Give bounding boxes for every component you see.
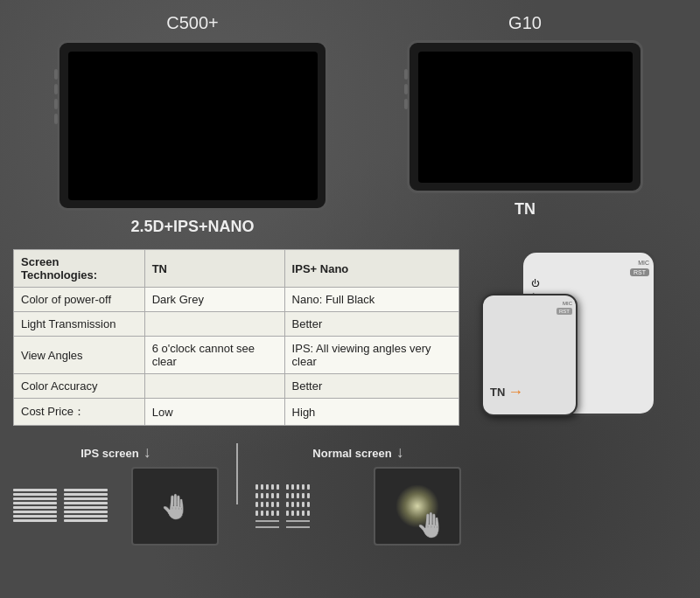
dot: [261, 484, 263, 490]
ips-line-group: [13, 489, 127, 522]
side-btn-3: [54, 99, 58, 109]
dot: [302, 511, 304, 516]
left-tech-label: 2.5D+IPS+NANO: [130, 218, 254, 236]
mic-label: MIC: [638, 260, 649, 266]
left-device-screen: [68, 52, 318, 200]
dot: [307, 511, 310, 516]
ips-col-1: [13, 489, 57, 522]
cell-tn: Low: [144, 399, 284, 426]
ips-bar: [13, 493, 57, 496]
dot: [271, 484, 274, 490]
dot: [266, 511, 269, 516]
right-tech-label: TN: [514, 200, 536, 219]
dot: [307, 502, 310, 507]
right-device-label: G10: [508, 13, 542, 33]
dot: [266, 493, 269, 498]
normal-col-2: [286, 484, 310, 528]
ips-hand-icon: 🤚: [160, 492, 191, 521]
dot: [286, 502, 289, 507]
cell-feature: Color Accuracy: [14, 374, 145, 399]
detail-frame-small: MIC RST TN →: [481, 294, 578, 416]
side-btn-1: [54, 69, 58, 80]
dot: [271, 493, 274, 498]
left-device-container: C500+ 2.5D+IPS+NANO: [57, 13, 328, 236]
ips-bar: [64, 515, 108, 518]
arrow-tn: →: [508, 383, 523, 401]
dot: [286, 493, 289, 498]
dot: [302, 493, 304, 498]
ips-bar: [13, 515, 57, 518]
right-device-frame: [407, 40, 643, 193]
normal-dot-row: [256, 493, 279, 498]
detail-power-row: ⏻: [528, 279, 649, 288]
table-row: Color of power-off Dark Grey Nano: Full …: [14, 288, 459, 312]
dot: [256, 493, 258, 498]
ips-bar: [13, 506, 57, 509]
dot: [271, 502, 274, 507]
ips-bar: [13, 497, 57, 500]
dot: [307, 484, 310, 490]
ips-bar: [64, 519, 108, 522]
normal-dot-row2: [286, 493, 310, 498]
ips-bar: [64, 506, 108, 509]
dot: [266, 502, 269, 507]
separator: [236, 443, 238, 504]
right-device-container: G10 TN: [407, 13, 643, 219]
table-header-row: Screen Technologies: TN IPS+ Nano: [14, 250, 459, 288]
normal-sep-line: [286, 520, 310, 522]
cell-ips: IPS: All viewing angles very clear: [284, 337, 458, 374]
dot: [297, 511, 299, 516]
rst-btn-small: RST: [556, 308, 572, 315]
dot: [291, 502, 294, 507]
device-detail-panel: 2.5D → MIC RST ⏻ ⌂: [472, 249, 665, 426]
right-device-screen: [418, 52, 633, 183]
dot: [297, 484, 299, 490]
left-device-frame: [57, 40, 328, 211]
dot: [297, 493, 299, 498]
ips-bar: [13, 502, 57, 504]
normal-demo-group: Normal screen ↓: [256, 443, 461, 546]
cell-tn: 6 o'clock cannot see clear: [144, 337, 284, 374]
dot: [256, 484, 258, 490]
ips-bar: [64, 489, 108, 491]
dot: [271, 511, 274, 516]
normal-dot-row2: [286, 484, 310, 490]
ips-bar: [64, 511, 108, 513]
dot: [276, 502, 279, 507]
detail-mic-row: MIC: [528, 260, 649, 266]
cell-ips: Nano: Full Black: [284, 288, 458, 312]
dot: [261, 502, 263, 507]
table-row: Light Transmission Better: [14, 312, 459, 337]
comparison-table: Screen Technologies: TN IPS+ Nano Color …: [13, 249, 459, 426]
dot: [266, 484, 269, 490]
normal-visual-row: 🤚: [256, 467, 461, 546]
ips-label-row: IPS screen ↓: [80, 443, 151, 463]
normal-arrow-down: ↓: [396, 443, 404, 462]
table-row: Color Accuracy Better: [14, 374, 459, 399]
cell-tn: [144, 312, 284, 337]
cell-ips: Better: [284, 374, 458, 399]
ips-bar: [64, 497, 108, 500]
cell-feature: Color of power-off: [14, 288, 145, 312]
dot: [276, 511, 279, 516]
right-side-btn-2: [404, 84, 408, 94]
ips-bar: [13, 511, 57, 513]
detail-mic-small: MIC: [486, 301, 572, 306]
dot: [286, 484, 289, 490]
header-feature: Screen Technologies:: [14, 250, 145, 288]
dot: [276, 493, 279, 498]
right-side-buttons: [404, 69, 408, 109]
ips-bar: [13, 519, 57, 522]
normal-touch-demo: 🤚: [374, 467, 461, 546]
tn-text: TN: [490, 386, 505, 399]
power-icon: ⏻: [531, 279, 539, 288]
cell-ips: Better: [284, 312, 458, 337]
header-ips: IPS+ Nano: [284, 250, 458, 288]
ips-col-2: [64, 489, 108, 522]
normal-dot-row: [256, 502, 279, 507]
cell-feature: View Angles: [14, 337, 145, 374]
normal-sep-line2: [256, 526, 279, 528]
normal-dot-row2: [286, 502, 310, 507]
ips-arrow-down: ↓: [144, 443, 151, 462]
cell-tn: Dark Grey: [144, 288, 284, 312]
